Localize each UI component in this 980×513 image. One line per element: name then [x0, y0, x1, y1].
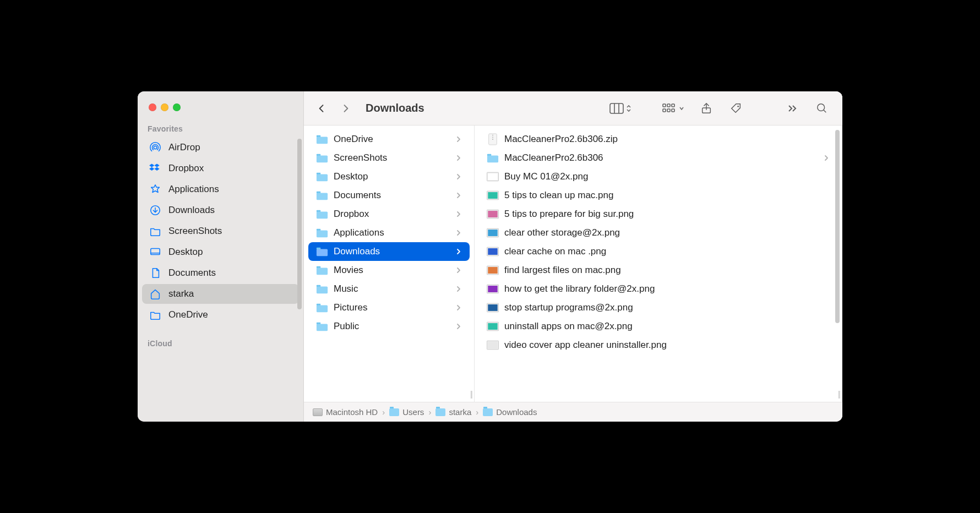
chevron-right-icon — [455, 286, 462, 292]
tags-button[interactable] — [723, 99, 749, 118]
chevron-right-icon: › — [428, 407, 431, 417]
file-label: Pictures — [334, 302, 450, 313]
sidebar-item-label: Dropbox — [168, 163, 204, 174]
svg-rect-54 — [488, 267, 497, 274]
close-window-button[interactable] — [149, 103, 156, 111]
file-row[interactable]: Documents — [308, 186, 470, 205]
file-label: find largest files on mac.png — [504, 265, 830, 276]
sidebar-item-airdrop[interactable]: AirDrop — [142, 138, 299, 157]
search-button[interactable] — [809, 99, 835, 118]
svg-rect-34 — [317, 286, 328, 293]
chevron-right-icon: › — [476, 407, 478, 417]
file-row[interactable]: OneDrive — [308, 130, 470, 149]
home-icon — [149, 287, 162, 301]
file-label: Music — [334, 283, 450, 294]
sidebar-item-desktop[interactable]: Desktop — [142, 242, 299, 262]
desktop-icon — [149, 245, 162, 259]
file-row[interactable]: uninstall apps on mac@2x.png — [479, 317, 837, 336]
airdrop-icon — [149, 141, 162, 154]
chevron-right-icon — [455, 155, 462, 161]
minimize-window-button[interactable] — [161, 103, 168, 111]
file-row[interactable]: Downloads — [308, 242, 470, 261]
column-1[interactable]: OneDriveScreenShotsDesktopDocumentsDropb… — [304, 125, 475, 402]
column-2[interactable]: MacCleanerPro2.6b306.zipMacCleanerPro2.6… — [475, 125, 842, 402]
svg-rect-44 — [488, 173, 497, 180]
path-crumb[interactable]: Users — [389, 407, 424, 417]
zoom-window-button[interactable] — [173, 103, 181, 111]
svg-rect-8 — [667, 104, 670, 107]
column-resize-handle[interactable]: || — [838, 390, 840, 399]
sidebar-scrollbar[interactable] — [297, 139, 302, 309]
svg-rect-60 — [488, 323, 497, 330]
chevron-right-icon — [455, 192, 462, 199]
svg-rect-36 — [317, 305, 328, 312]
forward-button[interactable] — [336, 99, 356, 118]
sidebar-item-label: OneDrive — [168, 309, 208, 320]
svg-rect-42 — [487, 155, 498, 162]
sidebar-item-downloads[interactable]: Downloads — [142, 200, 299, 220]
file-row[interactable]: find largest files on mac.png — [479, 261, 837, 280]
sidebar-item-starka[interactable]: starka — [142, 284, 299, 304]
window-controls — [138, 96, 303, 119]
chevron-right-icon: › — [382, 407, 385, 417]
svg-rect-28 — [317, 230, 328, 237]
sidebar-item-label: Documents — [168, 268, 216, 279]
file-row[interactable]: Dropbox — [308, 205, 470, 223]
sidebar-item-label: AirDrop — [168, 142, 200, 153]
svg-rect-24 — [317, 193, 328, 200]
share-button[interactable] — [694, 99, 719, 118]
file-row[interactable]: 5 tips to prepare for big sur.png — [479, 205, 837, 223]
file-row[interactable]: clear cache on mac .png — [479, 242, 837, 261]
path-crumb[interactable]: Macintosh HD — [313, 407, 378, 417]
file-row[interactable]: Public — [308, 317, 470, 336]
file-label: Dropbox — [334, 209, 450, 220]
file-row[interactable]: video cover app cleaner uninstaller.png — [479, 336, 837, 354]
file-label: uninstall apps on mac@2x.png — [504, 321, 830, 332]
overflow-button[interactable] — [780, 99, 805, 118]
sidebar-item-dropbox[interactable]: Dropbox — [142, 159, 299, 178]
file-label: Downloads — [334, 246, 450, 257]
folder-icon — [149, 225, 162, 238]
path-crumb[interactable]: Downloads — [483, 407, 537, 417]
group-by-button[interactable] — [657, 99, 689, 118]
file-label: MacCleanerPro2.6b306 — [504, 152, 818, 163]
sidebar-item-documents[interactable]: Documents — [142, 263, 299, 283]
file-row[interactable]: Desktop — [308, 167, 470, 186]
view-columns-button[interactable] — [605, 99, 636, 118]
file-row[interactable]: Applications — [308, 223, 470, 242]
file-row[interactable]: MacCleanerPro2.6b306 — [479, 149, 837, 167]
file-row[interactable]: ScreenShots — [308, 149, 470, 167]
sidebar-section-favorites: Favorites — [138, 119, 303, 137]
folder-icon — [149, 308, 162, 321]
file-row[interactable]: Buy MC 01@2x.png — [479, 167, 837, 186]
svg-rect-50 — [488, 230, 497, 236]
toolbar: Downloads — [304, 91, 842, 125]
svg-rect-52 — [488, 248, 497, 255]
file-row[interactable]: clear other storage@2x.png — [479, 223, 837, 242]
file-row[interactable]: Pictures — [308, 298, 470, 317]
file-row[interactable]: how to get the library folder@2x.png — [479, 280, 837, 298]
chevron-right-icon — [455, 136, 462, 143]
file-row[interactable]: 5 tips to clean up mac.png — [479, 186, 837, 205]
back-button[interactable] — [312, 99, 331, 118]
path-crumb-label: starka — [449, 407, 471, 417]
column-resize-handle[interactable]: || — [470, 390, 472, 399]
file-row[interactable]: MacCleanerPro2.6b306.zip — [479, 130, 837, 149]
sidebar-item-screenshots[interactable]: ScreenShots — [142, 221, 299, 241]
path-crumb[interactable]: starka — [435, 407, 471, 417]
sidebar-item-applications[interactable]: Applications — [142, 179, 299, 199]
svg-point-14 — [737, 105, 739, 107]
svg-rect-4 — [610, 103, 623, 113]
file-label: Documents — [334, 190, 450, 201]
sidebar-item-onedrive[interactable]: OneDrive — [142, 305, 299, 325]
file-row[interactable]: Music — [308, 280, 470, 298]
chevron-right-icon — [455, 173, 462, 180]
file-row[interactable]: stop startup programs@2x.png — [479, 298, 837, 317]
file-row[interactable]: Movies — [308, 261, 470, 280]
file-label: clear cache on mac .png — [504, 246, 830, 257]
column-scrollbar[interactable] — [835, 130, 840, 323]
sidebar-item-label: Downloads — [168, 205, 215, 216]
file-label: Movies — [334, 265, 450, 276]
svg-point-15 — [818, 103, 825, 111]
svg-rect-58 — [488, 304, 497, 311]
